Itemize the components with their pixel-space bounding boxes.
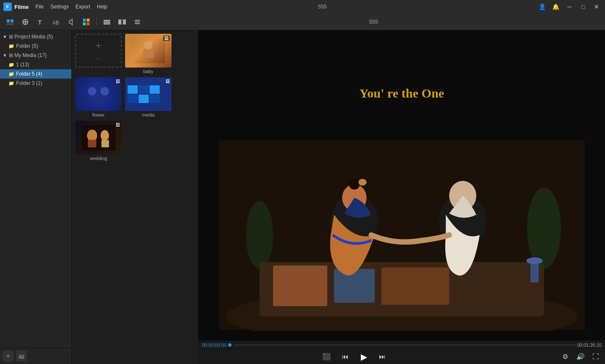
media-grid: + ··· 🖼 baby 🖼 <box>75 34 195 161</box>
svg-rect-30 <box>88 140 96 147</box>
minimize-button[interactable]: ─ <box>564 2 575 12</box>
baby-label: baby <box>143 69 153 74</box>
menu-export[interactable]: Export <box>76 4 90 10</box>
tree-item-folder3[interactable]: 📁 Folder 3 (1) <box>0 79 71 88</box>
app-logo: F Filme <box>3 3 29 11</box>
stop-button[interactable]: ⬛ <box>321 351 332 363</box>
layers-btn[interactable] <box>100 15 114 29</box>
svg-rect-9 <box>83 19 86 22</box>
titlebar-left: F Filme File Settings Export Help <box>3 3 107 11</box>
media-thumb-baby[interactable]: 🖼 baby <box>125 34 172 74</box>
svg-rect-16 <box>118 19 121 24</box>
menu-file[interactable]: File <box>35 4 44 10</box>
image-badge-4: 🖼 <box>116 122 120 127</box>
tree-item-folder5[interactable]: 📁 Folder 5 (4) <box>0 69 71 79</box>
filmstrip-grid <box>125 83 172 106</box>
media-thumb-media[interactable]: 🖼 media <box>125 77 172 117</box>
menu-help[interactable]: Help <box>97 4 107 10</box>
tree-item-project-media[interactable]: ▼ ⊞ Project Media (5) <box>0 32 71 41</box>
preview-video: You' re the One <box>199 30 605 340</box>
svg-rect-46 <box>531 262 539 283</box>
tree-item-folder[interactable]: 📁 Folder (5) <box>0 41 71 51</box>
svg-rect-0 <box>7 19 10 22</box>
svg-rect-35 <box>273 266 327 306</box>
close-button[interactable]: ✕ <box>591 2 602 12</box>
flower-thumbnail: 🖼 <box>75 77 122 111</box>
fullscreen-icon[interactable]: ⛶ <box>590 351 602 363</box>
time-marker[interactable] <box>228 343 232 347</box>
plus-icon: + <box>95 39 102 52</box>
svg-point-40 <box>349 179 360 190</box>
media-thumbnail: 🖼 <box>125 77 172 111</box>
user-icon[interactable]: 👤 <box>537 2 548 12</box>
folder3-label: Folder 3 (1) <box>16 80 42 86</box>
folder-label: Folder (5) <box>16 43 38 49</box>
svg-rect-37 <box>382 267 449 304</box>
folder-icon-4: 📁 <box>8 81 14 86</box>
wedding-label: wedding <box>90 156 107 161</box>
next-frame-button[interactable]: ⏭ <box>376 351 388 363</box>
preview-frame: You' re the One <box>199 30 605 340</box>
color-btn[interactable] <box>79 15 93 29</box>
grid-icon-2: ⊞ <box>9 52 13 58</box>
svg-point-47 <box>526 257 542 264</box>
media-tree: ▼ ⊞ Project Media (5) 📁 Folder (5) ▼ ⊞ M… <box>0 30 71 348</box>
effects-btn[interactable] <box>19 15 32 29</box>
notification-icon[interactable]: 🔔 <box>551 2 561 12</box>
svg-point-26 <box>101 87 109 95</box>
title-btn[interactable]: AB <box>49 15 63 29</box>
time-end: 00:01:26:10 <box>577 342 602 348</box>
media-btn[interactable] <box>3 15 17 29</box>
folder-1-label: 1 (13) <box>16 62 29 68</box>
list-btn[interactable] <box>131 15 144 29</box>
media-browser: + ··· 🖼 baby 🖼 <box>72 30 199 364</box>
svg-point-45 <box>246 201 273 269</box>
svg-rect-17 <box>123 19 126 24</box>
media-label: media <box>142 112 155 117</box>
audio-btn[interactable] <box>64 15 78 29</box>
main-area: ▼ ⊞ Project Media (5) 📁 Folder (5) ▼ ⊞ M… <box>0 30 605 364</box>
maximize-button[interactable]: □ <box>578 2 588 12</box>
volume-icon[interactable]: 🔊 <box>575 351 586 363</box>
folder5-label: Folder 5 (4) <box>16 71 42 77</box>
expand-icon: ▼ <box>3 34 7 39</box>
svg-point-28 <box>87 130 97 141</box>
folder-icon-2: 📁 <box>8 62 14 68</box>
time-scrubber[interactable] <box>233 345 575 345</box>
media-thumb-wedding[interactable]: 🖼 wedding <box>75 121 122 161</box>
preview-controls: ⬛ ⏮ ▶ ⏭ ⚙ 🔊 ⛶ <box>199 349 605 364</box>
grid-icon: ⊞ <box>9 34 13 40</box>
baby-thumbnail: 🖼 <box>125 34 172 68</box>
add-media-button[interactable]: + <box>3 350 14 361</box>
svg-rect-1 <box>11 19 14 22</box>
svg-rect-13 <box>104 20 110 21</box>
titlebar-menu: File Settings Export Help <box>35 4 107 10</box>
project-media-label: Project Media (5) <box>14 34 53 40</box>
tree-item-1[interactable]: 📁 1 (13) <box>0 60 71 69</box>
add-media-thumb[interactable]: + ··· <box>75 34 122 74</box>
play-button[interactable]: ▶ <box>358 351 370 363</box>
tree-item-my-media[interactable]: ▼ ⊞ My Media (17) <box>0 51 71 60</box>
svg-rect-15 <box>104 23 110 24</box>
svg-rect-14 <box>104 22 110 23</box>
settings-icon[interactable]: ⚙ <box>559 351 571 363</box>
media-thumb-flower[interactable]: 🖼 flower <box>75 77 122 117</box>
add-button-box[interactable]: + ··· <box>75 34 122 68</box>
time-start: 00:00:00:00 <box>202 342 226 348</box>
folder-button[interactable]: 🖴 <box>16 350 27 361</box>
split-btn[interactable] <box>115 15 129 29</box>
image-badge-3: 🖼 <box>166 79 170 84</box>
preview-panel: You' re the One <box>199 30 605 364</box>
prev-frame-button[interactable]: ⏮ <box>339 351 351 363</box>
ellipsis-icon: ··· <box>95 54 101 63</box>
menu-settings[interactable]: Settings <box>50 4 68 10</box>
folder-icon: 📁 <box>8 43 14 49</box>
svg-rect-3 <box>11 23 14 25</box>
text-btn[interactable]: T <box>34 15 47 29</box>
svg-point-29 <box>101 130 109 141</box>
svg-rect-31 <box>101 140 109 147</box>
svg-point-41 <box>358 179 366 185</box>
titlebar-center: 555 <box>318 4 327 10</box>
svg-rect-23 <box>143 49 153 58</box>
baby-preview <box>131 38 165 63</box>
